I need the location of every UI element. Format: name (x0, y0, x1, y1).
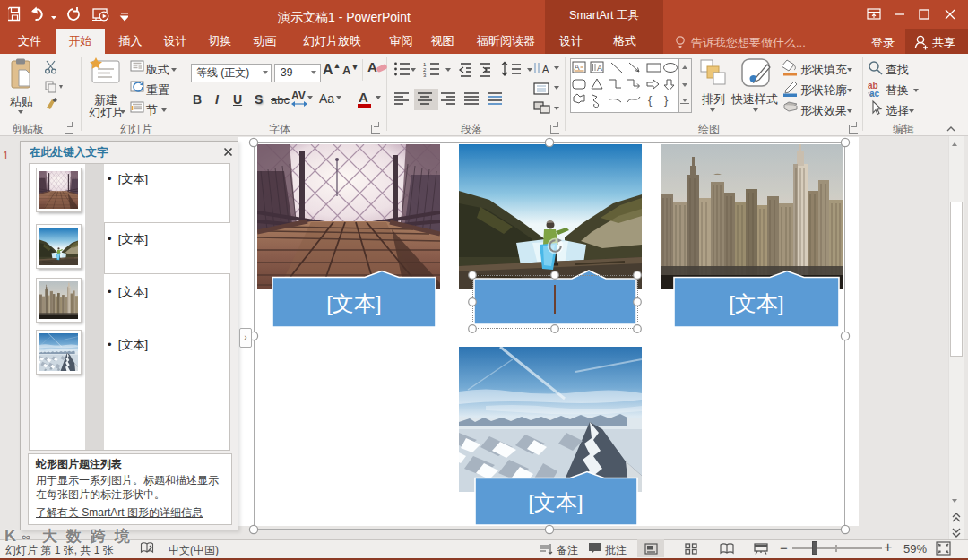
svg-text:ac: ac (869, 89, 880, 99)
svg-text:A: A (542, 64, 549, 74)
svg-text:[文本]: [文本] (326, 291, 381, 315)
svg-text:3: 3 (423, 73, 427, 78)
svg-text:[文本]: [文本] (729, 291, 783, 315)
svg-text:{: { (648, 93, 653, 107)
svg-text:}: } (664, 93, 669, 107)
svg-text:A: A (597, 64, 602, 73)
svg-text:[文本]: [文本] (528, 490, 583, 514)
